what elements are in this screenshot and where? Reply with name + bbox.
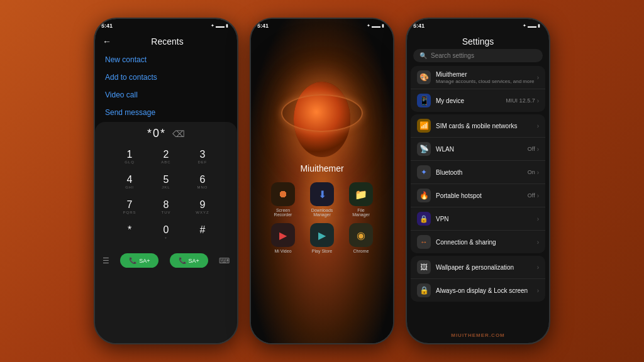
key-6[interactable]: 6MNO [186, 170, 219, 193]
app-play-store[interactable]: ▶ Play Store [306, 223, 338, 253]
file-manager-label: FileManager [352, 208, 370, 217]
bt-icon-2: ✦ [367, 23, 370, 28]
chevron-vpn: › [537, 216, 539, 222]
wlan-text: WLAN [436, 146, 528, 153]
signal-status-icon: ▬▬ [216, 24, 225, 28]
send-message-item[interactable]: Send message [105, 108, 227, 117]
search-placeholder: Search settings [431, 52, 474, 59]
mi-video-label: Mi Video [274, 249, 291, 253]
top-bar: ← Recents [95, 33, 237, 50]
key-6-num: 6 [200, 174, 206, 185]
key-5-num: 5 [164, 174, 169, 185]
new-contact-item[interactable]: New contact [105, 55, 227, 64]
key-0[interactable]: 0+ [149, 221, 183, 243]
key-hash[interactable]: # [186, 221, 219, 243]
settings-hotspot[interactable]: 🔥 Portable hotspot Off › [411, 184, 545, 207]
dialer-bottom-bar: ☰ 📞 SA+ 📞 SA+ ⌨ [95, 248, 237, 273]
key-1[interactable]: 1GLQ [113, 145, 147, 168]
dial-display: *0* ⌫ [147, 127, 185, 140]
status-icons-1: ✦ ▬▬ ▮ [211, 23, 228, 28]
status-icons-2: ✦ ▬▬ ▮ [367, 23, 384, 28]
key-star-num: * [128, 224, 131, 236]
settings-wallpaper[interactable]: 🖼 Wallpaper & personalization › [411, 256, 545, 279]
context-menu: New contact Add to contacts Video call S… [95, 50, 237, 122]
menu-icon[interactable]: ☰ [103, 256, 109, 265]
hotspot-title: Portable hotspot [436, 192, 528, 199]
signal-icon-2: ▬▬ [372, 24, 380, 28]
battery-icon-2: ▮ [382, 23, 384, 28]
always-on-text: Always-on display & Lock screen [436, 287, 537, 294]
battery-status-icon: ▮ [226, 23, 228, 28]
video-call-item[interactable]: Video call [105, 90, 227, 99]
settings-bluetooth[interactable]: ✦ Bluetooth On › [411, 161, 545, 184]
settings-sim[interactable]: 📶 SIM cards & mobile networks › [411, 114, 545, 138]
backspace-button[interactable]: ⌫ [172, 129, 185, 139]
app-mi-video[interactable]: ▶ Mi Video [267, 223, 299, 253]
miuithemer-subtitle: Manage accounts, cloud services, and mor… [436, 79, 537, 84]
settings-vpn[interactable]: 🔒 VPN › [411, 207, 545, 231]
wlan-value: Off [528, 146, 535, 152]
key-3[interactable]: 3DEF [186, 145, 219, 168]
status-bar-2: 5:41 ✦ ▬▬ ▮ [251, 19, 393, 33]
settings-wlan[interactable]: 📡 WLAN Off › [411, 138, 545, 161]
chevron-icon-device: › [537, 97, 539, 104]
status-bar-1: 5:41 ✦ ▬▬ ▮ [95, 19, 237, 33]
hotspot-value: Off [528, 192, 535, 199]
search-bar[interactable]: 🔍 Search settings [413, 49, 543, 62]
key-star[interactable]: * [113, 221, 147, 243]
connection-sharing-icon: ↔ [417, 235, 431, 249]
key-4-sub: GHI [125, 185, 134, 189]
search-icon: 🔍 [419, 52, 427, 59]
settings-connection-sharing[interactable]: ↔ Connection & sharing › [411, 231, 545, 253]
wlan-icon: 📡 [417, 142, 431, 156]
app-file-manager[interactable]: 📁 FileManager [345, 182, 377, 217]
play-store-label: Play Store [312, 249, 332, 253]
battery-icon-3: ▮ [538, 23, 540, 28]
app-chrome[interactable]: ◉ Chrome [345, 223, 377, 253]
key-5[interactable]: 5JKL [149, 170, 183, 193]
key-7[interactable]: 7PQRS [113, 195, 147, 218]
key-9-num: 9 [200, 199, 206, 211]
signal-icon-3: ▬▬ [528, 24, 536, 28]
miuithemer-icon: 🎨 [417, 70, 431, 84]
chrome-icon: ◉ [349, 223, 373, 247]
phone-3: 5:41 ✦ ▬▬ ▮ Settings 🔍 Search settings 🎨 [406, 18, 550, 344]
keypad-grid: 1GLQ 2ABC 3DEF 4GHI 5JKL 6MNO 7PQRS 8TUV… [113, 145, 219, 243]
settings-my-device[interactable]: 📱 My device MIUI 12.5.7 › [411, 89, 545, 112]
settings-always-on[interactable]: 🔒 Always-on display & Lock screen › [411, 279, 545, 302]
app-downloads[interactable]: ⬇ DownloadsManager [306, 182, 338, 217]
wallpaper-icon: 🖼 [417, 260, 431, 274]
always-on-title: Always-on display & Lock screen [436, 287, 537, 294]
call-button-2[interactable]: 📞 SA+ [170, 253, 208, 268]
key-9[interactable]: 9WXYZ [186, 195, 219, 218]
dialpad-icon[interactable]: ⌨ [219, 256, 230, 265]
key-1-sub: GLQ [125, 160, 135, 164]
key-7-sub: PQRS [123, 211, 136, 214]
key-hash-num: # [200, 224, 206, 236]
hotspot-icon: 🔥 [417, 189, 431, 202]
chevron-connection: › [537, 239, 539, 246]
call-button-1[interactable]: 📞 SA+ [120, 253, 158, 268]
my-device-right: MIUI 12.5.7 › [506, 97, 539, 104]
bluetooth-value: On [528, 169, 535, 175]
add-to-contacts-item[interactable]: Add to contacts [105, 73, 227, 82]
settings-section-1: 🎨 Miuithemer Manage accounts, cloud serv… [411, 66, 545, 112]
chevron-always-on: › [537, 287, 539, 294]
settings-section-3: 🖼 Wallpaper & personalization › 🔒 Always… [411, 256, 545, 302]
my-device-value: MIUI 12.5.7 [506, 97, 535, 104]
key-8-num: 8 [164, 199, 169, 211]
key-4-num: 4 [127, 174, 133, 185]
key-8[interactable]: 8TUV [149, 195, 183, 218]
back-button[interactable]: ← [103, 36, 111, 47]
key-4[interactable]: 4GHI [113, 170, 147, 193]
status-time-3: 5:41 [413, 23, 425, 29]
my-device-title: My device [436, 97, 506, 104]
app-screen-recorder[interactable]: ⏺ ScreenRecorder [267, 182, 299, 217]
status-time-2: 5:41 [257, 23, 269, 29]
key-2[interactable]: 2ABC [149, 145, 183, 168]
wallpaper-title: Wallpaper & personalization [436, 264, 537, 271]
wallpaper-text: Wallpaper & personalization [436, 264, 537, 271]
app-name-label: Miuithemer [251, 163, 393, 173]
settings-miuithemer[interactable]: 🎨 Miuithemer Manage accounts, cloud serv… [411, 66, 545, 89]
key-0-num: 0 [164, 224, 169, 236]
